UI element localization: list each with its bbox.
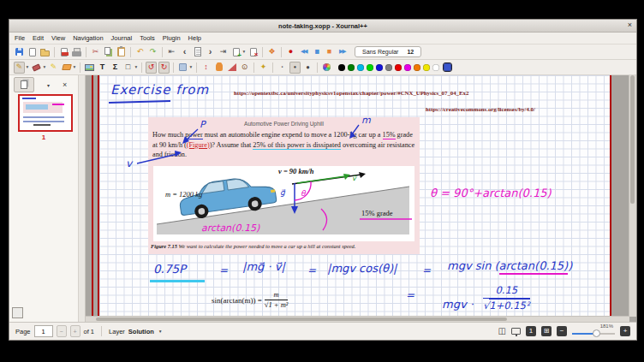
color-swatch[interactable] [414,64,420,71]
text-tool-button[interactable]: T [97,62,108,74]
cyan-underline-stroke [150,280,205,282]
horizontal-scrollbar-thumb[interactable] [96,317,507,321]
snap-grid-button[interactable]: ↻ [158,62,170,74]
font-selector-button[interactable]: Sans Regular 12 [355,46,421,57]
pause-audio-button[interactable]: ▮▮ [311,46,322,58]
zoom-100-button[interactable]: 1 [526,326,536,336]
color-swatch[interactable] [338,64,345,71]
page-spinner-button[interactable] [192,46,203,58]
thickness-thick-button[interactable]: ● [302,62,313,74]
window-close-button[interactable]: × [628,21,632,29]
pen-button[interactable]: ✎ [14,62,25,74]
draw-shape-menu-button[interactable]: ▾ [134,62,139,74]
paste-button[interactable] [116,46,127,58]
color-swatch[interactable] [357,64,364,71]
insert-image-button[interactable] [84,62,95,74]
menu-item[interactable]: Edit [33,34,44,42]
vertical-scrollbar[interactable] [629,75,636,317]
sidebar-bottom-icon[interactable] [12,307,23,318]
thickness-medium-button[interactable]: ● [289,62,301,74]
menu-item[interactable]: File [15,34,25,42]
color-swatch[interactable] [395,64,402,71]
color-swatch[interactable] [432,64,439,71]
first-page-button[interactable]: ⇤ [166,46,177,58]
rect-selection-menu-button[interactable]: ▾ [188,62,194,74]
layer-chevron-down-icon[interactable]: ▾ [159,329,162,334]
menu-item[interactable]: View [51,34,65,42]
page-increment-button[interactable]: + [70,325,80,337]
draw-shape-icon: □ [126,63,130,71]
zoom-out-button[interactable]: − [557,326,567,336]
new-page-after-button[interactable] [230,46,242,58]
new-document-button[interactable] [27,46,38,58]
menu-item[interactable]: Navigation [73,34,103,42]
sidebar-close-icon[interactable]: × [63,80,67,89]
next-page-button[interactable]: › [205,46,216,58]
copy-button[interactable] [103,46,114,58]
forward-audio-button[interactable]: ▶▶ [337,46,348,58]
eraser-button[interactable] [31,62,42,74]
redo-button[interactable]: ↷ [147,46,158,58]
setsquare-button[interactable] [226,62,237,74]
stop-audio-button[interactable]: ■ [324,46,335,58]
previous-page-button[interactable]: ‹ [179,46,190,58]
page-thumbnail[interactable] [18,94,73,132]
sidebar-scrollbar[interactable] [78,75,85,322]
eraser-menu-button[interactable]: ▾ [42,62,47,74]
shape-recognizer-button[interactable]: ✦ [258,62,269,74]
math-tex-button[interactable]: Σ [110,62,121,74]
color-swatch[interactable] [423,64,430,71]
print-button[interactable] [71,46,82,58]
hand-tool-button[interactable] [213,62,224,74]
thumb-figure-block [26,104,48,110]
zoom-in-button[interactable]: + [620,326,630,336]
horizontal-scrollbar[interactable] [86,316,629,322]
highlighter-button[interactable]: ✎ [48,62,59,74]
color-swatch[interactable] [404,64,411,71]
draw-shape-button[interactable]: □ [122,62,134,74]
color-swatch[interactable] [385,64,392,71]
color-wheel-button[interactable] [321,62,332,74]
page-selection-line [92,75,93,317]
rect-selection-button[interactable] [177,62,188,74]
undo-button[interactable]: ↶ [134,46,146,58]
selection-tool-button[interactable] [61,62,72,74]
presentation-mode-icon[interactable] [511,328,521,335]
document-page[interactable]: Exercise from https://opentextbc.ca/univ… [98,75,611,317]
page-decrement-button[interactable]: − [57,325,67,337]
delete-page-button[interactable] [247,46,259,58]
pen-menu-button[interactable]: ▾ [25,62,30,74]
save-button[interactable] [14,46,25,58]
new-page-menu-button[interactable]: ▾ [242,46,247,58]
selection-menu-button[interactable]: ▾ [72,62,77,74]
menu-item[interactable]: Help [188,34,201,42]
figure-link[interactable]: (Figure) [187,141,210,149]
menu-item[interactable]: Plugin [163,34,181,42]
rewind-audio-button[interactable]: ◀◀ [298,46,309,58]
page-number-input[interactable] [34,325,53,337]
menu-item[interactable]: Tools [140,34,155,42]
dual-page-icon[interactable]: ◫ [498,327,506,335]
menu-item[interactable]: Journal [111,34,133,42]
last-page-button[interactable]: ⇥ [218,46,229,58]
sidebar-chevron-down-icon[interactable]: ▾ [47,82,50,88]
zoom-slider[interactable]: 181% [572,323,615,339]
compass-button[interactable]: ⊙ [239,62,250,74]
fullscreen-button[interactable]: ❖ [266,46,277,58]
cut-button[interactable]: ✂ [90,46,101,58]
zoom-fit-button[interactable]: ⊞ [541,326,552,336]
vertical-space-button[interactable]: ↕ [200,62,212,74]
color-swatch[interactable] [348,64,355,71]
color-swatch[interactable] [444,63,451,71]
zoom-slider-knob[interactable] [593,329,600,337]
sidebar-preview-tab[interactable] [14,77,34,92]
export-pdf-button[interactable] [58,46,69,58]
vertical-scrollbar-thumb[interactable] [630,75,635,204]
color-swatch[interactable] [376,64,383,71]
color-swatch[interactable] [367,64,373,71]
open-button[interactable] [39,46,51,58]
snap-rotation-button[interactable]: ↺ [146,62,157,74]
thickness-fine-button[interactable]: ● [277,62,288,74]
layer-selector[interactable]: Solution [128,328,154,335]
record-audio-button[interactable]: ● [285,46,296,58]
